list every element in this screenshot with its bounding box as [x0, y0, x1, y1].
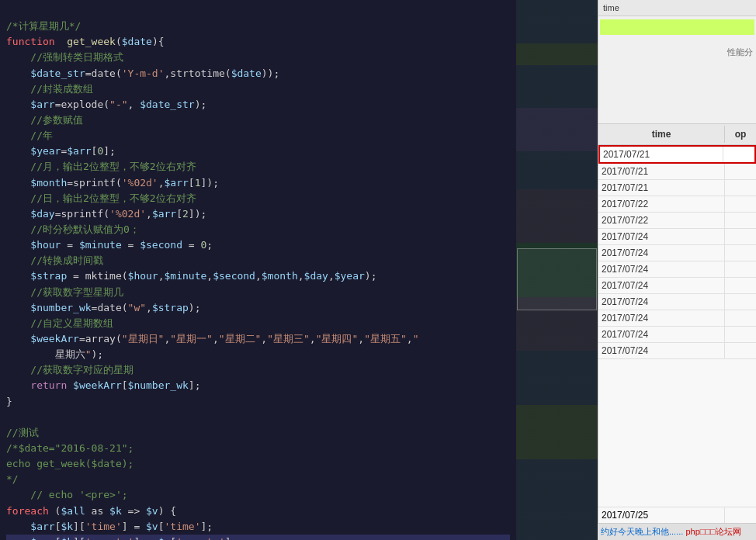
code-comment: //时分秒默认赋值为0； [6, 223, 140, 235]
code-line: 星期六"); [6, 348, 103, 360]
code-line [6, 411, 12, 423]
data-rows-container[interactable]: 2017/07/21 2017/07/21 2017/07/21 2017/07… [598, 145, 756, 540]
code-line: $weekArr=array("星期日","星期一","星期二","星期三","… [6, 333, 418, 344]
code-line: $arr[$k]['time'] = $v['time']; [6, 521, 213, 532]
op-cell [725, 261, 756, 277]
code-comment: /*$date="2016-08-21"; [6, 442, 134, 454]
code-comment: //自定义星期数组 [6, 317, 113, 329]
time-label-top: time [598, 0, 756, 16]
op-cell [725, 294, 756, 310]
bottom-table-row[interactable]: 2017/07/25 [598, 507, 756, 523]
code-line: function get_week($date){ [6, 36, 165, 47]
code-comment: echo get_week($date); [6, 458, 134, 469]
table-row[interactable]: 2017/07/24 [598, 343, 756, 359]
code-comment: //转换成时间戳 [6, 254, 103, 266]
top-area: time 性能分 [598, 0, 756, 124]
code-comment: //年 [6, 130, 53, 141]
time-cell: 2017/07/24 [598, 229, 725, 244]
op-cell [725, 213, 756, 228]
table-row[interactable]: 2017/07/24 [598, 229, 756, 245]
code-line: return $weekArr[$number_wk]; [6, 379, 201, 391]
yellow-bar [600, 19, 754, 35]
op-cell [725, 310, 756, 326]
time-cell: 2017/07/24 [598, 343, 725, 358]
bottom-link-text[interactable]: 约好今天晚上和他...... php□□□论坛网 [601, 526, 741, 538]
time-cell: 2017/07/24 [598, 294, 725, 310]
op-cell [725, 164, 756, 179]
code-comment: //获取数字对应的星期 [6, 364, 134, 376]
code-comment: //获取数字型星期几 [6, 286, 123, 298]
table-row[interactable]: 2017/07/24 [598, 245, 756, 261]
code-line-highlight: $arr[$k]['oprate'] = $v['oprate']; [6, 535, 510, 540]
op-cell [725, 196, 756, 212]
table-row[interactable]: 2017/07/22 [598, 213, 756, 229]
code-line: $year=$arr[0]; [6, 145, 116, 157]
op-column-header: op [725, 126, 756, 143]
time-cell: 2017/07/24 [598, 327, 725, 342]
op-cell [725, 343, 756, 358]
op-cell [725, 229, 756, 244]
op-cell [725, 327, 756, 342]
minimap-panel [516, 0, 598, 540]
table-row[interactable]: 2017/07/24 [598, 294, 756, 310]
time-col-header-top: time [603, 3, 619, 12]
table-row[interactable]: 2017/07/21 [598, 164, 756, 180]
time-column-header: time [598, 126, 725, 143]
code-line: $month=sprintf('%02d',$arr[1]); [6, 177, 219, 189]
code-line: $strap = mktime($hour,$minute,$second,$m… [6, 270, 377, 282]
table-row[interactable]: 2017/07/24 [598, 261, 756, 278]
table-row[interactable]: 2017/07/21 [598, 180, 756, 196]
time-cell: 2017/07/21 [600, 147, 723, 162]
table-row[interactable]: 2017/07/24 [598, 310, 756, 327]
code-line: $day=sprintf('%02d',$arr[2]); [6, 208, 206, 220]
code-line: $arr=explode("-", $date_str); [6, 99, 206, 110]
bottom-status-bar: 约好今天晚上和他...... php□□□论坛网 [598, 523, 756, 540]
op-cell [723, 147, 754, 162]
table-row[interactable]: 2017/07/24 [598, 327, 756, 343]
perf-label: 性能分 [727, 47, 753, 58]
time-cell: 2017/07/24 [598, 278, 725, 293]
code-comment: //测试 [6, 427, 39, 438]
time-cell: 2017/07/24 [598, 261, 725, 277]
op-cell [725, 245, 756, 261]
bottom-op-cell [725, 507, 756, 523]
code-line: foreach ($all as $k => $v) { [6, 505, 176, 517]
code-editor: /*计算星期几*/ function get_week($date){ //强制… [0, 0, 516, 540]
data-table-panel: time 性能分 time op 2017/07/21 2017/07/21 2… [598, 0, 756, 540]
time-cell: 2017/07/24 [598, 310, 725, 326]
op-cell [725, 278, 756, 293]
table-row[interactable]: 2017/07/21 [598, 145, 756, 164]
table-header: time op [598, 124, 756, 145]
code-comment: */ [6, 473, 19, 485]
code-comment: //日，输出2位整型，不够2位右对齐 [6, 192, 196, 204]
code-comment: //月，输出2位整型，不够2位右对齐 [6, 161, 196, 172]
op-cell [725, 180, 756, 196]
code-comment: //参数赋值 [6, 114, 83, 126]
code-line: $hour = $minute = $second = 0; [6, 239, 213, 251]
time-cell: 2017/07/22 [598, 213, 725, 228]
code-line: $date_str=date('Y-m-d',strtotime($date))… [6, 68, 279, 79]
code-comment: // echo '<pre>'; [6, 489, 128, 500]
code-line: $number_wk=date("w",$strap); [6, 302, 201, 313]
time-cell: 2017/07/24 [598, 245, 725, 261]
time-cell: 2017/07/21 [598, 180, 725, 196]
code-comment: /*计算星期几*/ [6, 20, 81, 32]
time-cell: 2017/07/21 [598, 164, 725, 179]
minimap-viewport[interactable] [517, 248, 597, 310]
bottom-time-cell: 2017/07/25 [598, 507, 725, 523]
table-row[interactable]: 2017/07/22 [598, 196, 756, 213]
time-cell: 2017/07/22 [598, 196, 725, 212]
code-line: } [6, 396, 12, 407]
code-comment: //强制转类日期格式 [6, 51, 123, 63]
code-lines: /*计算星期几*/ function get_week($date){ //强制… [0, 0, 516, 540]
code-comment: //封装成数组 [6, 83, 93, 95]
table-row[interactable]: 2017/07/24 [598, 278, 756, 294]
